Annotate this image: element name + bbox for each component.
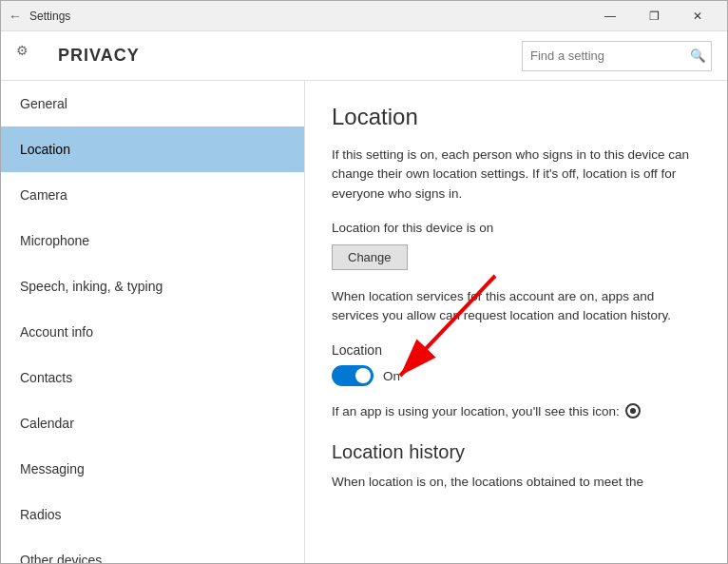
- sidebar-item-label: Microphone: [20, 233, 89, 248]
- search-button[interactable]: 🔍: [684, 42, 711, 70]
- sidebar-item-label: Radios: [20, 507, 62, 522]
- when-location-text: When location services for this account …: [332, 287, 700, 326]
- sidebar-item-contacts[interactable]: Contacts: [1, 355, 304, 400]
- titlebar: ← Settings — ❐ ✕: [1, 1, 727, 31]
- icon-note-text: If an app is using your location, you'll…: [332, 404, 620, 418]
- sidebar-item-label: Camera: [20, 187, 67, 203]
- location-history-desc: When location is on, the locations obtai…: [332, 473, 700, 492]
- body: General Location Camera Microphone Speec…: [1, 81, 727, 563]
- sidebar-item-account-info[interactable]: Account info: [1, 309, 304, 355]
- titlebar-title: Settings: [29, 10, 70, 23]
- search-input[interactable]: [523, 42, 684, 70]
- sidebar-item-label: Account info: [20, 324, 93, 340]
- sidebar-item-camera[interactable]: Camera: [1, 172, 304, 218]
- location-toggle[interactable]: [332, 365, 374, 386]
- sidebar-item-location[interactable]: Location: [1, 126, 304, 172]
- sidebar-item-label: Location: [20, 142, 70, 157]
- sidebar-item-radios[interactable]: Radios: [1, 492, 304, 537]
- header: ⚙ PRIVACY 🔍: [1, 31, 727, 81]
- app-container: ⚙ PRIVACY 🔍 General Location Camera Micr…: [1, 31, 727, 563]
- sidebar-item-speech[interactable]: Speech, inking, & typing: [1, 263, 304, 309]
- sidebar: General Location Camera Microphone Speec…: [1, 81, 305, 563]
- sidebar-item-microphone[interactable]: Microphone: [1, 218, 304, 263]
- location-using-icon: [625, 403, 641, 418]
- maximize-button[interactable]: ❐: [632, 1, 676, 31]
- titlebar-left: ← Settings: [9, 9, 70, 24]
- location-history-title: Location history: [332, 441, 700, 463]
- sidebar-item-label: General: [20, 96, 67, 111]
- sidebar-item-other-devices[interactable]: Other devices: [1, 537, 304, 563]
- search-box: 🔍: [522, 41, 712, 71]
- sidebar-item-label: Contacts: [20, 370, 72, 385]
- sidebar-item-label: Messaging: [20, 461, 85, 476]
- sidebar-item-label: Speech, inking, & typing: [20, 279, 163, 294]
- sidebar-item-calendar[interactable]: Calendar: [1, 400, 304, 446]
- sidebar-item-general[interactable]: General: [1, 81, 304, 126]
- close-button[interactable]: ✕: [676, 1, 719, 31]
- toggle-row: On: [332, 365, 700, 386]
- location-label: Location: [332, 342, 700, 358]
- icon-note: If an app is using your location, you'll…: [332, 403, 700, 418]
- titlebar-controls: — ❐ ✕: [588, 1, 719, 31]
- toggle-state-label: On: [383, 369, 400, 383]
- content-description: If this setting is on, each person who s…: [332, 146, 700, 204]
- sidebar-item-label: Calendar: [20, 416, 74, 431]
- minimize-button[interactable]: —: [588, 1, 632, 31]
- sidebar-item-messaging[interactable]: Messaging: [1, 446, 304, 492]
- device-status-text: Location for this device is on: [332, 221, 700, 235]
- privacy-icon: ⚙: [16, 43, 43, 69]
- content-title: Location: [332, 104, 700, 130]
- content-area: Location If this setting is on, each per…: [305, 81, 727, 563]
- sidebar-item-label: Other devices: [20, 553, 102, 563]
- change-button[interactable]: Change: [332, 244, 408, 270]
- header-title: PRIVACY: [58, 46, 140, 66]
- back-button[interactable]: ←: [9, 9, 22, 24]
